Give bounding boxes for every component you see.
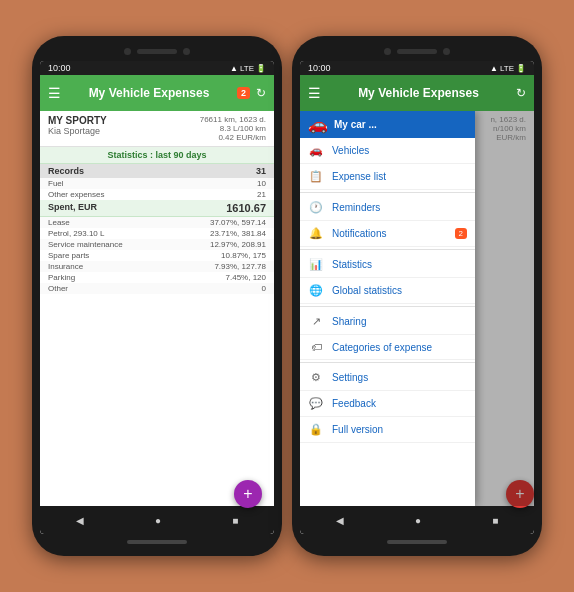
full-version-icon: 🔒 [308,423,324,436]
bottom-nav-right: ◀ ● ■ [300,506,534,534]
vehicle-km: 76611 km, 1623 d. [200,115,266,124]
drawer-header-text: My car ... [334,119,377,130]
expense-list-icon: 📋 [308,170,324,183]
global-stats-icon: 🌐 [308,284,324,297]
app-content-left: MY SPORTY Kia Sportage 76611 km, 1623 d.… [40,111,274,506]
parking-row: Parking 7.45%, 120 [40,272,274,283]
sharing-icon: ↗ [308,315,324,328]
drawer-item-reminders[interactable]: 🕐 Reminders [300,195,475,221]
home-btn-right[interactable]: ● [415,515,421,526]
notifications-icon: 🔔 [308,227,324,240]
other-label: Other [48,284,68,293]
spent-value: 1610.67 [226,202,266,214]
spareparts-label: Spare parts [48,251,89,260]
sharing-label: Sharing [332,316,366,327]
vehicles-icon: 🚗 [308,144,324,157]
camera-dot2 [183,48,190,55]
other-expenses-label: Other expenses [48,190,104,199]
home-btn-left[interactable]: ● [155,515,161,526]
full-version-label: Full version [332,424,383,435]
refresh-icon-left[interactable]: ↻ [256,86,266,100]
drawer-item-global-stats[interactable]: 🌐 Global statistics [300,278,475,304]
status-bar-left: 10:00 ▲ LTE 🔋 [40,61,274,75]
stats-header: Statistics : last 90 days [40,147,274,164]
insurance-row: Insurance 7.93%, 127.78 [40,261,274,272]
statistics-icon: 📊 [308,258,324,271]
reminders-label: Reminders [332,202,380,213]
drawer-item-expense-list[interactable]: 📋 Expense list [300,164,475,190]
drawer-item-categories[interactable]: 🏷 Categories of expense [300,335,475,360]
speaker [137,49,177,54]
home-indicator-right [387,540,447,544]
other-row: Other 0 [40,283,274,294]
hamburger-icon-right[interactable]: ☰ [308,85,321,101]
drawer-item-vehicles[interactable]: 🚗 Vehicles [300,138,475,164]
insurance-label: Insurance [48,262,83,271]
vehicle-info: MY SPORTY Kia Sportage 76611 km, 1623 d.… [40,111,274,147]
hamburger-icon[interactable]: ☰ [48,85,61,101]
status-time-right: 10:00 [308,63,331,73]
bottom-nav-left: ◀ ● ■ [40,506,274,534]
spent-section-header: Spent, EUR 1610.67 [40,200,274,217]
recents-btn-right[interactable]: ■ [492,515,498,526]
global-stats-label: Global statistics [332,285,402,296]
categories-label: Categories of expense [332,342,432,353]
camera-row-left [40,48,274,55]
other-expenses-value: 21 [257,190,266,199]
app-header-left: ☰ My Vehicle Expenses 2 ↻ [40,75,274,111]
status-icons-right: ▲ LTE 🔋 [490,64,526,73]
camera-dot [124,48,131,55]
header-right-right: ↻ [516,86,526,100]
camera-dot-r2 [443,48,450,55]
drawer-overlay: 🚗 My car ... 🚗 Vehicles 📋 Expense list [300,111,534,506]
expense-list-label: Expense list [332,171,386,182]
lease-pct: 37.07%, 597.14 [210,218,266,227]
drawer-divider-3 [300,306,475,307]
parking-label: Parking [48,273,75,282]
back-btn-left[interactable]: ◀ [76,515,84,526]
vehicle-eur: 0.42 EUR/km [200,133,266,142]
notification-badge-left[interactable]: 2 [237,87,250,99]
fab-left[interactable]: + [234,480,262,508]
bottom-bar-right [300,540,534,544]
drawer-item-statistics[interactable]: 📊 Statistics [300,252,475,278]
status-time-left: 10:00 [48,63,71,73]
vehicle-model: Kia Sportage [48,126,107,136]
drawer-item-feedback[interactable]: 💬 Feedback [300,391,475,417]
screen-left: 10:00 ▲ LTE 🔋 ☰ My Vehicle Expenses 2 ↻ [40,61,274,534]
drawer-item-sharing[interactable]: ↗ Sharing [300,309,475,335]
navigation-drawer: 🚗 My car ... 🚗 Vehicles 📋 Expense list [300,111,475,506]
insurance-pct: 7.93%, 127.78 [214,262,266,271]
records-label: Records [48,166,84,176]
drawer-item-notifications[interactable]: 🔔 Notifications 2 [300,221,475,247]
petrol-pct: 23.71%, 381.84 [210,229,266,238]
records-value: 31 [256,166,266,176]
lte-label-r: LTE [500,64,514,73]
recents-btn-left[interactable]: ■ [232,515,238,526]
petrol-row: Petrol, 293.10 L 23.71%, 381.84 [40,228,274,239]
notifications-badge: 2 [455,228,467,239]
drawer-item-full-version[interactable]: 🔒 Full version [300,417,475,443]
app-title-right: My Vehicle Expenses [321,86,516,100]
other-pct: 0 [262,284,266,293]
drawer-selected-header[interactable]: 🚗 My car ... [300,111,475,138]
settings-label: Settings [332,372,368,383]
battery-icon: 🔋 [256,64,266,73]
vehicle-consumption: 8.3 L/100 km [200,124,266,133]
service-row: Service maintenance 12.97%, 208.91 [40,239,274,250]
drawer-item-settings[interactable]: ⚙ Settings [300,365,475,391]
drawer-scrim[interactable] [475,111,534,506]
back-btn-right[interactable]: ◀ [336,515,344,526]
home-indicator-left [127,540,187,544]
reminders-icon: 🕐 [308,201,324,214]
feedback-label: Feedback [332,398,376,409]
vehicle-name-section: MY SPORTY Kia Sportage [48,115,107,136]
app-content-right: n, 1623 d. n/100 km EUR/km 🚗 My car ... [300,111,534,506]
vehicles-label: Vehicles [332,145,369,156]
lease-row: Lease 37.07%, 597.14 [40,217,274,228]
vehicle-header-row: MY SPORTY Kia Sportage 76611 km, 1623 d.… [48,115,266,142]
refresh-icon-right[interactable]: ↻ [516,86,526,100]
app-title-left: My Vehicle Expenses [61,86,237,100]
categories-icon: 🏷 [308,341,324,353]
other-expenses-row: Other expenses 21 [40,189,274,200]
